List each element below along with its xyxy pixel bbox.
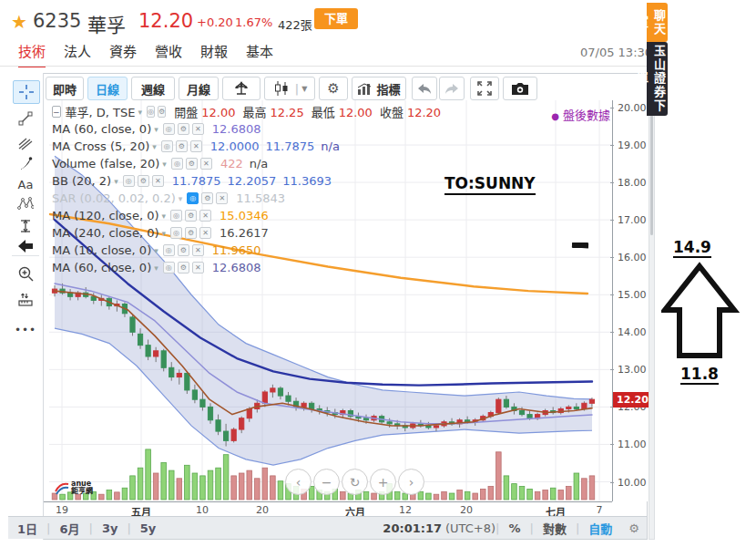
- legend-series-label[interactable]: 華孚, D, TSE: [66, 103, 136, 120]
- target-high-annotation[interactable]: 14.9: [673, 238, 711, 258]
- text-annotation[interactable]: TO:SUNNY: [444, 174, 536, 195]
- gear-icon[interactable]: ⚙: [158, 106, 166, 118]
- legend-indicator-label[interactable]: MA (120, close, 0): [52, 209, 158, 222]
- eye-icon[interactable]: ◎: [163, 262, 175, 274]
- legend-indicator-label[interactable]: Volume (false, 20): [52, 157, 159, 170]
- axis-settings-gear-icon[interactable]: ⚙: [621, 521, 647, 535]
- more-tool[interactable]: •••: [13, 319, 38, 341]
- tab-技術[interactable]: 技術: [18, 41, 46, 67]
- close-icon[interactable]: ✕: [199, 210, 211, 222]
- fullscreen-button[interactable]: [470, 77, 499, 100]
- chevron-down-icon: ▾: [138, 108, 143, 117]
- gear-icon[interactable]: ⚙: [178, 262, 189, 274]
- crosshair-tool[interactable]: [13, 80, 40, 104]
- gear-icon[interactable]: ⚙: [185, 210, 197, 222]
- eye-icon[interactable]: ◎: [163, 123, 175, 135]
- collapse-icon[interactable]: −: [52, 106, 61, 118]
- tab-營收[interactable]: 營收: [155, 41, 182, 60]
- close-icon[interactable]: ✕: [199, 227, 211, 239]
- zoom-out-button[interactable]: −: [313, 469, 340, 495]
- eye-icon[interactable]: ◎: [163, 244, 175, 256]
- favorite-star-icon[interactable]: ★: [11, 11, 27, 33]
- broker-order-tab[interactable]: 玉山證券下單: [647, 42, 668, 116]
- trendline-tool[interactable]: [13, 108, 38, 129]
- price-axis[interactable]: 20.0019.0018.0017.0016.0015.0014.0013.00…: [612, 100, 648, 501]
- reset-view-button[interactable]: ↻: [342, 469, 368, 495]
- period-button-日線[interactable]: 日線: [87, 77, 128, 100]
- measure-tool[interactable]: [13, 288, 38, 310]
- legend-row: MA (240, close, 0)▾◎⚙✕16.2617: [52, 224, 434, 242]
- up-arrow-annotation[interactable]: [661, 261, 741, 361]
- back-arrow-tool[interactable]: [13, 235, 38, 257]
- range-button-6月[interactable]: 6月: [50, 520, 88, 537]
- period-button-週線[interactable]: 週線: [131, 77, 175, 100]
- chart-style-button[interactable]: |▼: [264, 77, 315, 100]
- post-market-label[interactable]: ●盤後數據: [510, 106, 610, 123]
- range-button-1日[interactable]: 1日: [8, 520, 46, 537]
- gear-icon[interactable]: ⚙: [186, 158, 198, 170]
- gear-icon[interactable]: ⚙: [185, 227, 197, 239]
- period-button-即時[interactable]: 即時: [46, 77, 84, 100]
- gear-icon[interactable]: ⚙: [201, 192, 213, 204]
- vertical-scrollbar[interactable]: [649, 77, 655, 540]
- tab-財報[interactable]: 財報: [200, 41, 228, 60]
- price-mark-annotation[interactable]: [572, 243, 588, 248]
- legend-indicator-label[interactable]: MA (60, close, 0): [52, 122, 151, 136]
- eye-icon[interactable]: ◎: [147, 106, 155, 118]
- legend-indicator-label[interactable]: MA (10, close, 0): [52, 243, 151, 257]
- time-axis[interactable]: 19五月1020六月1220七月7: [44, 501, 612, 516]
- undo-button[interactable]: [412, 77, 437, 100]
- compare-scale-button[interactable]: [222, 77, 261, 100]
- legend-indicator-label[interactable]: BB (20, 2): [52, 174, 111, 188]
- tab-法人[interactable]: 法人: [64, 41, 91, 60]
- close-icon[interactable]: ✕: [192, 244, 204, 256]
- indicators-button[interactable]: 指標: [352, 77, 406, 100]
- close-icon[interactable]: ✕: [192, 262, 204, 274]
- pan-right-button[interactable]: ›: [398, 469, 424, 495]
- close-icon[interactable]: ✕: [216, 192, 228, 204]
- range-button-5y[interactable]: 5y: [131, 521, 166, 535]
- chat-room-tab[interactable]: 聊天室: [647, 3, 668, 42]
- legend-indicator-label[interactable]: MA (240, close, 0): [52, 226, 158, 240]
- eye-icon[interactable]: ◎: [123, 175, 135, 187]
- tab-基本[interactable]: 基本: [246, 41, 273, 60]
- eye-icon[interactable]: ◎: [187, 192, 199, 204]
- gear-icon[interactable]: ⚙: [138, 175, 149, 187]
- range-button-3y[interactable]: 3y: [93, 521, 128, 535]
- eye-icon[interactable]: ◎: [170, 227, 182, 239]
- brush-tool[interactable]: [13, 153, 38, 175]
- eye-icon[interactable]: ◎: [161, 140, 173, 152]
- watermark-site: 鉅亨網: [71, 487, 93, 495]
- close-icon[interactable]: ✕: [200, 158, 212, 170]
- eye-icon[interactable]: ◎: [170, 210, 182, 222]
- settings-gear-button[interactable]: ⚙: [319, 77, 348, 100]
- percent-scale-button[interactable]: %: [500, 521, 530, 535]
- auto-scale-button[interactable]: 自動: [579, 520, 621, 537]
- camera-snapshot-button[interactable]: [503, 77, 537, 100]
- legend-indicator-label[interactable]: MA (60, close, 0): [52, 261, 151, 274]
- close-icon[interactable]: ✕: [152, 175, 164, 187]
- gear-icon[interactable]: ⚙: [178, 244, 189, 256]
- redo-button[interactable]: [439, 77, 465, 100]
- tab-資券[interactable]: 資券: [109, 41, 137, 60]
- gear-icon[interactable]: ⚙: [176, 140, 188, 152]
- eye-icon[interactable]: ◎: [171, 158, 183, 170]
- range-tool[interactable]: [13, 215, 38, 237]
- legend-indicator-label[interactable]: MA Cross (5, 20): [52, 139, 149, 153]
- legend-indicator-label[interactable]: SAR (0.02, 0.02, 0.2): [52, 191, 176, 205]
- zoom-in-button[interactable]: +: [370, 469, 396, 495]
- target-low-annotation[interactable]: 11.8: [680, 365, 719, 385]
- text-tool[interactable]: Aa: [13, 173, 38, 195]
- chevron-down-icon: ▾: [154, 263, 158, 273]
- close-icon[interactable]: ✕: [192, 123, 204, 135]
- anue-watermark: anue鉅亨網: [55, 480, 93, 495]
- close-icon[interactable]: ✕: [190, 140, 202, 152]
- pitchfork-tool[interactable]: [13, 131, 38, 153]
- log-scale-button[interactable]: 對數: [534, 520, 576, 537]
- period-button-月線[interactable]: 月線: [179, 77, 219, 100]
- pattern-tool[interactable]: [13, 193, 38, 215]
- gear-icon[interactable]: ⚙: [178, 123, 189, 135]
- pan-left-button[interactable]: ‹: [285, 469, 312, 495]
- order-button[interactable]: 下單: [314, 8, 358, 29]
- zoom-in-tool[interactable]: [13, 263, 38, 284]
